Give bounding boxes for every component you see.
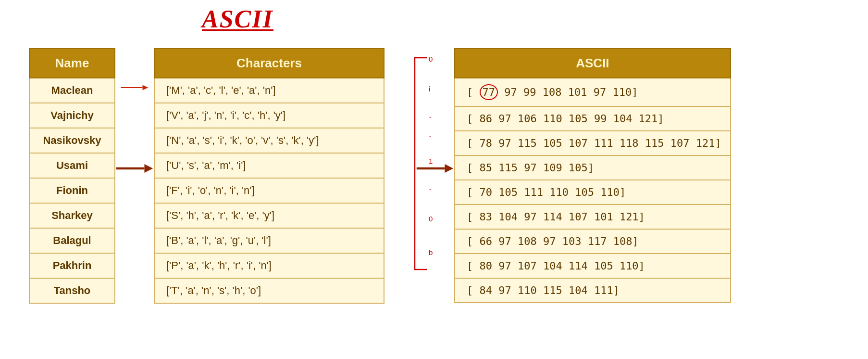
char-cell: ['B', 'a', 'l', 'a', 'g', 'u', 'l'] [154, 228, 384, 253]
ascii-cell: [ 70 105 111 110 105 110] [455, 180, 731, 205]
char-cell: ['V', 'a', 'j', 'n', 'i', 'c', 'h', 'y'] [154, 103, 384, 128]
svg-marker-9 [143, 85, 149, 90]
ascii-table: ASCII [ 77 97 99 108 101 97 110][ 86 97 … [454, 48, 731, 303]
svg-text:0: 0 [429, 215, 433, 223]
name-cell: Fionin [29, 178, 115, 203]
name-to-char-arrow [115, 290, 154, 317]
name-cell: Tansho [29, 278, 115, 303]
svg-text:i: i [429, 85, 430, 93]
ascii-cell: [ 77 97 99 108 101 97 110] [455, 78, 731, 106]
name-cell: Nasikovsky [29, 128, 115, 153]
char-cell: ['M', 'a', 'c', 'l', 'e', 'a', 'n'] [154, 78, 384, 103]
name-to-char-arrow [115, 101, 154, 128]
name-to-char-arrow [115, 128, 154, 155]
svg-text:.: . [429, 128, 432, 139]
char-to-ascii-arrow [416, 290, 454, 317]
svg-marker-11 [144, 164, 153, 173]
ascii-cell: [ 66 97 108 97 103 117 108] [455, 229, 731, 254]
thick-arrow-svg [115, 160, 154, 177]
svg-marker-13 [445, 164, 453, 173]
name-to-char-arrow [115, 236, 154, 263]
char-cell: ['S', 'h', 'a', 'r', 'k', 'e', 'y'] [154, 203, 384, 228]
name-cell: Balagul [29, 228, 115, 253]
ascii-cell: [ 85 115 97 109 105] [455, 155, 731, 180]
char-cell: ['F', 'i', 'o', 'n', 'i', 'n'] [154, 178, 384, 203]
svg-text:.: . [429, 109, 432, 120]
bracket-svg: 0 i . . 1 . 0 b [408, 48, 434, 279]
name-to-char-arrows [115, 48, 154, 317]
name-cell: Usami [29, 153, 115, 178]
svg-text:0: 0 [429, 55, 433, 63]
name-cell: Vajnichy [29, 103, 115, 128]
ascii-cell: [ 78 97 115 105 107 111 118 115 107 121] [455, 131, 731, 155]
ascii-cell: [ 80 97 107 104 114 105 110] [455, 254, 731, 278]
characters-header: Characters [154, 49, 384, 78]
svg-text:b: b [429, 248, 433, 256]
ascii-header: ASCII [455, 49, 731, 78]
name-header: Name [29, 49, 115, 78]
ascii-cell: [ 86 97 106 110 105 99 104 121] [455, 106, 731, 131]
char-cell: ['T', 'a', 'n', 's', 'h', 'o'] [154, 278, 384, 303]
name-cell: Pakhrin [29, 253, 115, 278]
name-to-char-arrow [115, 263, 154, 290]
ascii-cell: [ 83 104 97 114 107 101 121] [455, 205, 731, 229]
char-cell: ['U', 's', 'a', 'm', 'i'] [154, 153, 384, 178]
name-cell: Sharkey [29, 203, 115, 228]
circled-77: 77 [480, 84, 498, 100]
bracket-annotation: 0 i . . 1 . 0 b [408, 48, 434, 281]
thin-arrow-svg [120, 81, 149, 94]
char-cell: ['P', 'a', 'k', 'h', 'r', 'i', 'n'] [154, 253, 384, 278]
char-cell: ['N', 'a', 's', 'i', 'k', 'o', 'v', 's',… [154, 128, 384, 153]
name-to-char-arrow [115, 182, 154, 209]
main-container: Name MacleanVajnichyNasikovskyUsamiFioni… [0, 0, 868, 336]
name-to-char-arrow [115, 74, 154, 101]
name-table: Name MacleanVajnichyNasikovskyUsamiFioni… [29, 48, 115, 304]
ascii-cell: [ 84 97 110 115 104 111] [455, 278, 731, 303]
characters-table: Characters ['M', 'a', 'c', 'l', 'e', 'a'… [154, 48, 384, 304]
name-cell: Maclean [29, 78, 115, 103]
name-to-char-arrow [115, 209, 154, 236]
svg-text:1: 1 [429, 157, 433, 165]
svg-text:.: . [429, 181, 432, 192]
name-to-char-arrow [115, 155, 154, 182]
